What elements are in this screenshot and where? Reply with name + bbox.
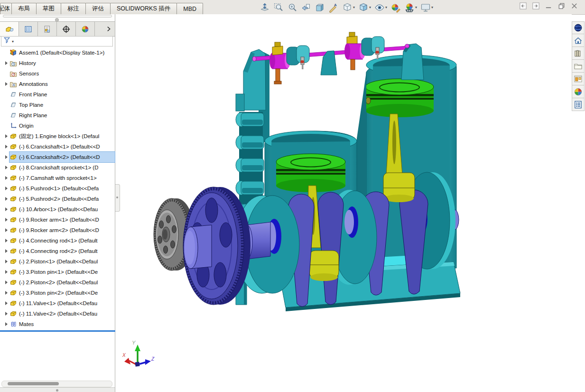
dimxpertmanager-tab[interactable]: [57, 22, 76, 36]
zoom-to-fit-button[interactable]: [259, 2, 271, 13]
tree-item-assem1[interactable]: Assem1 (Default<Display State-1>): [0, 47, 115, 58]
tree-item-piston-2[interactable]: (-) 2.Piston<2> (Default<<Defaul: [0, 277, 115, 288]
tree-item-arbor-1[interactable]: (-) 10.Arbor<1> (Default<<Defau: [0, 204, 115, 215]
expand-arrow[interactable]: [3, 187, 9, 190]
tree-horizontal-scrollbar[interactable]: [1, 381, 112, 387]
tree-item-top-plane[interactable]: Top Plane: [0, 100, 115, 110]
expand-arrow[interactable]: [3, 82, 9, 86]
minimize-button[interactable]: [545, 2, 553, 10]
expand-arrow[interactable]: [3, 176, 9, 180]
rollback-bar[interactable]: [0, 330, 115, 332]
graphics-area[interactable]: X Y Z: [115, 14, 572, 392]
tree-item-pushrod-2[interactable]: (-) 5.Pushrod<2> (Default<<Defa: [0, 194, 115, 204]
expand-arrow[interactable]: [3, 301, 9, 305]
expand-arrow[interactable]: [3, 145, 9, 149]
expand-arrow[interactable]: [3, 291, 9, 295]
tree-item-engine-block-1[interactable]: (固定) 1.Engine block<1> (Defaul: [0, 131, 115, 141]
tree-item-crankshaft-sprocket-1[interactable]: (-) 8.Cranckshaft sprocket<1> (D: [0, 162, 115, 173]
view-settings-button[interactable]: ▾: [419, 2, 434, 13]
appearances-scenes-button[interactable]: [572, 85, 585, 98]
panel-top-splitter[interactable]: [0, 14, 115, 21]
panel-bottom-splitter[interactable]: [0, 387, 115, 392]
panel-collapse-handle[interactable]: [115, 184, 120, 212]
scrollbar-thumb[interactable]: [8, 382, 59, 385]
expand-arrow[interactable]: [3, 134, 9, 138]
expand-arrow[interactable]: [3, 260, 9, 263]
display-style-dropdown-caret[interactable]: ▾: [369, 6, 371, 9]
tree-item-annotations[interactable]: A Annotations: [0, 79, 115, 89]
expand-arrow[interactable]: [3, 228, 9, 232]
expand-arrow[interactable]: [3, 166, 9, 169]
featuremanager-design-tree-tab[interactable]: [0, 22, 19, 36]
tree-item-rocker-arm-2[interactable]: (-) 9.Rocker arm<2> (Default<<D: [0, 225, 115, 235]
expand-arrow[interactable]: [3, 312, 9, 316]
ribbon-tab-assembly[interactable]: 装配体: [0, 3, 12, 14]
expand-arrow[interactable]: [3, 322, 9, 326]
custom-properties-button[interactable]: [572, 98, 585, 111]
tree-item-pushrod-1[interactable]: (-) 5.Pushrod<1> (Default<<Defa: [0, 183, 115, 194]
tree-item-valve-2[interactable]: (-) 11.Valve<2> (Default<<Defau: [0, 308, 115, 319]
edit-appearance-button[interactable]: [390, 2, 402, 13]
section-view-button[interactable]: [314, 2, 326, 13]
sketch-visibility-button[interactable]: A: [327, 2, 340, 13]
tree-item-valve-1[interactable]: (-) 11.Valve<1> (Default<<Defau: [0, 298, 115, 308]
ribbon-tab-mbd[interactable]: MBD: [176, 3, 203, 14]
view-palette-button[interactable]: [572, 73, 585, 85]
ribbon-tab-evaluate[interactable]: 评估: [85, 3, 111, 14]
tree-item-piston-pin-1[interactable]: (-) 3.Piston pin<1> (Default<<De: [0, 267, 115, 277]
expand-arrow[interactable]: [3, 239, 9, 243]
restore-button[interactable]: [557, 2, 566, 10]
ribbon-tab-layout[interactable]: 布局: [11, 3, 37, 14]
view-settings-dropdown-caret[interactable]: ▾: [431, 6, 433, 9]
tree-item-connecting-rod-1[interactable]: (-) 4.Connecting rod<1> (Default: [0, 235, 115, 246]
expand-arrow[interactable]: [3, 207, 9, 211]
tree-item-front-plane[interactable]: Front Plane: [0, 89, 115, 100]
ribbon-tab-sketch[interactable]: 草图: [36, 3, 61, 14]
ribbon-tab-addins[interactable]: SOLIDWORKS 插件: [110, 3, 177, 14]
zoom-in-out-button[interactable]: [286, 2, 298, 13]
expand-arrow[interactable]: [3, 218, 9, 222]
propertymanager-tab[interactable]: [19, 22, 38, 36]
tree-item-history[interactable]: History: [0, 58, 115, 68]
view-orientation-button[interactable]: ▾: [341, 2, 356, 13]
tree-item-crankshaft-1[interactable]: (-) 6.Cranckshaft<1> (Default<<D: [0, 141, 115, 152]
tree-item-piston-pin-2[interactable]: (-) 3.Piston pin<2> (Default<<De: [0, 288, 115, 298]
tree-item-piston-1[interactable]: (-) 2.Piston<1> (Default<<Defaul: [0, 256, 115, 267]
expand-arrow[interactable]: [3, 155, 9, 159]
expand-arrow[interactable]: [3, 197, 9, 201]
apply-scene-dropdown-caret[interactable]: ▾: [415, 6, 417, 9]
hide-show-items-button[interactable]: ▾: [373, 2, 388, 13]
tree-item-rocker-arm-1[interactable]: (-) 9.Rocker arm<1> (Default<<D: [0, 215, 115, 225]
hide-show-items-dropdown-caret[interactable]: ▾: [385, 6, 387, 9]
pane-collapse-left-button[interactable]: [519, 2, 527, 10]
view-orientation-dropdown-caret[interactable]: ▾: [353, 6, 355, 9]
displaymanager-tab[interactable]: [76, 22, 95, 36]
configurationmanager-tab[interactable]: [38, 22, 57, 36]
tree-item-mates[interactable]: Mates: [0, 319, 115, 329]
filter-dropdown-caret[interactable]: ▾: [12, 39, 14, 44]
tree-item-sensors[interactable]: Sensors: [0, 68, 115, 79]
previous-view-button[interactable]: [300, 2, 312, 13]
display-style-button[interactable]: ▾: [357, 2, 372, 13]
zoom-to-area-button[interactable]: [272, 2, 285, 13]
file-explorer-button[interactable]: [572, 60, 585, 73]
home-button[interactable]: [572, 34, 585, 47]
expand-arrow[interactable]: [3, 61, 9, 65]
panel-expand-button[interactable]: [102, 22, 115, 36]
expand-arrow[interactable]: [3, 280, 9, 284]
tree-item-camshaft-with-sprocket-1[interactable]: (-) 7.Camshaft with sprocket<1>: [0, 173, 115, 183]
expand-arrow[interactable]: [3, 270, 9, 274]
tree-item-origin[interactable]: Origin: [0, 121, 115, 131]
tree-filter[interactable]: ▾: [1, 36, 113, 47]
tree-item-right-plane[interactable]: Right Plane: [0, 110, 115, 121]
solidworks-resources-button[interactable]: [572, 21, 585, 34]
ribbon-tab-markup[interactable]: 标注: [61, 3, 86, 14]
panel-top-scroll-track[interactable]: [3, 15, 112, 18]
apply-scene-button[interactable]: ▾: [403, 2, 418, 13]
tree-item-crankshaft-2[interactable]: (-) 6.Cranckshaft<2> (Default<<D: [0, 152, 115, 162]
pane-collapse-right-button[interactable]: [532, 2, 540, 10]
tree-item-connecting-rod-2[interactable]: (-) 4.Connecting rod<2> (Default: [0, 246, 115, 256]
close-button[interactable]: [570, 2, 578, 10]
expand-arrow[interactable]: [3, 249, 9, 253]
design-library-button[interactable]: [572, 47, 585, 60]
